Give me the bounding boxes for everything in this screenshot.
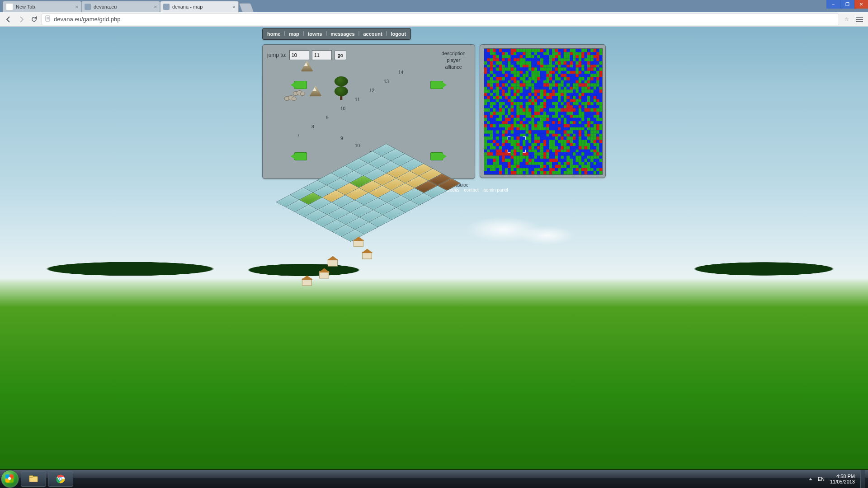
svg-rect-0 xyxy=(46,16,50,21)
clock[interactable]: 4:58 PM 11/05/2013 xyxy=(830,474,855,484)
jump-x-input[interactable] xyxy=(289,50,309,60)
back-button[interactable] xyxy=(4,14,14,24)
axis-label: 11 xyxy=(355,97,360,102)
axis-label: 14 xyxy=(398,70,403,75)
iso-wrap xyxy=(316,115,421,307)
menu-messages[interactable]: messages xyxy=(329,30,356,38)
url-text: devana.eu/game/grid.php xyxy=(54,16,120,23)
tab-devana-map[interactable]: devana - map × xyxy=(160,1,239,12)
menu-logout[interactable]: logout xyxy=(389,30,408,38)
footer-link-admin-panel[interactable]: admin panel xyxy=(483,188,508,192)
minimap-canvas[interactable] xyxy=(484,48,603,175)
tab-label: devana.eu xyxy=(94,4,117,9)
jump-label: jump to: xyxy=(267,52,287,58)
tab-label: devana - map xyxy=(172,4,203,9)
map-panel: jump to: go description player alliance xyxy=(262,44,475,179)
nav-arrow-sw[interactable] xyxy=(294,152,307,160)
nav-arrow-nw[interactable] xyxy=(294,81,307,89)
taskbar-chrome[interactable] xyxy=(48,471,73,487)
close-icon[interactable]: × xyxy=(233,4,236,9)
site-icon xyxy=(163,4,170,10)
svg-rect-2 xyxy=(29,476,33,478)
axis-label: 13 xyxy=(384,79,389,84)
window-maximize-button[interactable]: ❐ xyxy=(840,0,854,9)
info-description: description xyxy=(442,50,466,57)
tile-info: description player alliance xyxy=(442,50,466,70)
window-close-button[interactable]: ✕ xyxy=(854,0,868,9)
clock-time: 4:58 PM xyxy=(836,474,855,479)
newtab-icon xyxy=(6,3,13,10)
nav-arrow-se[interactable] xyxy=(430,152,443,160)
game-menu: home|map|towns|messages|account|logout xyxy=(262,28,411,40)
menu-towns[interactable]: towns xyxy=(306,30,324,38)
panels-row: jump to: go description player alliance xyxy=(262,44,606,179)
axis-label: 10 xyxy=(340,106,345,111)
hut-sprite xyxy=(362,252,372,259)
info-alliance: alliance xyxy=(442,64,466,70)
window-minimize-button[interactable]: – xyxy=(826,0,840,9)
reload-button[interactable] xyxy=(29,14,39,24)
hut-sprite xyxy=(354,239,363,247)
jump-y-input[interactable] xyxy=(312,50,332,60)
tab-strip: New Tab × devana.eu × devana - map × xyxy=(0,0,868,12)
rocks-sprite xyxy=(293,89,304,96)
start-button[interactable] xyxy=(1,470,19,488)
window-controls: – ❐ ✕ xyxy=(826,0,868,9)
close-icon[interactable]: × xyxy=(75,4,78,9)
menu-map[interactable]: map xyxy=(287,30,301,38)
browser-window: – ❐ ✕ New Tab × devana.eu × devana - map… xyxy=(0,0,868,470)
taskbar-right: EN 4:58 PM 11/05/2013 xyxy=(809,470,868,488)
clock-date: 11/05/2013 xyxy=(830,479,855,484)
sprite-layer xyxy=(316,271,421,307)
close-icon[interactable]: × xyxy=(154,4,157,9)
tab-label: New Tab xyxy=(16,4,35,9)
go-button[interactable]: go xyxy=(335,50,346,60)
menu-button[interactable] xyxy=(854,14,864,24)
axis-label: 12 xyxy=(369,88,374,93)
hut-sprite xyxy=(328,259,338,266)
page-viewport: home|map|towns|messages|account|logout j… xyxy=(0,26,868,470)
new-tab-button[interactable] xyxy=(239,3,254,12)
page-icon xyxy=(45,15,51,23)
address-bar[interactable]: devana.eu/game/grid.php xyxy=(42,14,839,25)
info-player: player xyxy=(442,57,466,64)
mountain-sprite xyxy=(301,61,313,72)
browser-toolbar: devana.eu/game/grid.php ☆ xyxy=(0,12,868,27)
show-desktop-button[interactable] xyxy=(860,470,865,488)
svg-point-5 xyxy=(59,478,61,480)
nav-arrow-ne[interactable] xyxy=(430,81,443,89)
game-container: home|map|towns|messages|account|logout j… xyxy=(262,28,606,192)
axis-label: 7 xyxy=(297,133,300,138)
forward-button[interactable] xyxy=(16,14,26,24)
menu-account[interactable]: account xyxy=(361,30,384,38)
menu-home[interactable]: home xyxy=(265,30,282,38)
taskbar: EN 4:58 PM 11/05/2013 xyxy=(0,469,868,488)
mountain-sprite xyxy=(309,86,322,97)
tab-devana[interactable]: devana.eu × xyxy=(81,1,160,12)
taskbar-explorer[interactable] xyxy=(21,471,46,487)
hut-sprite xyxy=(319,271,329,278)
site-icon xyxy=(85,4,91,10)
footer-link-contact[interactable]: contact xyxy=(464,188,478,192)
rocks-sprite xyxy=(284,94,295,101)
minimap-panel xyxy=(480,44,606,178)
tray-overflow-icon[interactable] xyxy=(809,478,812,480)
hut-sprite xyxy=(302,278,312,286)
jump-form: jump to: go xyxy=(267,50,346,60)
language-indicator[interactable]: EN xyxy=(818,476,825,482)
bookmark-star-button[interactable]: ☆ xyxy=(842,14,852,24)
tab-newtab[interactable]: New Tab × xyxy=(3,1,81,12)
axis-label: 8 xyxy=(311,124,314,129)
